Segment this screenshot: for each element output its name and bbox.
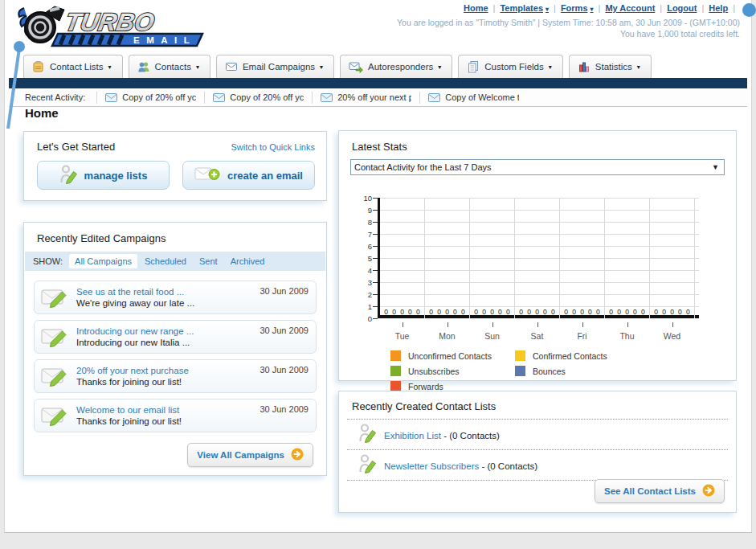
legend-label: Forwards xyxy=(408,382,443,391)
x-axis-tick xyxy=(672,322,673,327)
campaign-filter[interactable]: Sent xyxy=(199,256,218,266)
logo-graphic: TURBO EMAIL xyxy=(13,2,206,48)
campaign-filter[interactable]: All Campaigns xyxy=(69,254,137,268)
stats-period-dropdown[interactable]: Contact Activity for the Last 7 Days ▼ xyxy=(350,159,725,175)
x-axis-tick xyxy=(537,322,538,327)
header-link[interactable]: Templates▾ xyxy=(500,3,549,13)
show-label: SHOW: xyxy=(33,256,63,266)
bar-value-label: 0 xyxy=(572,308,576,316)
recently-created-contact-lists-panel: Recently Created Contact Lists Exhibitio… xyxy=(338,391,737,513)
y-axis-tick xyxy=(373,306,378,307)
contact-list-link[interactable]: Newsletter Subscribers xyxy=(384,461,479,471)
campaign-row[interactable]: 20% off your next purchase Thanks for jo… xyxy=(34,359,317,393)
see-all-contact-lists-button[interactable]: See All Contact Lists xyxy=(595,479,725,503)
nav-tab[interactable]: Contacts ▾ xyxy=(129,55,210,78)
recent-activity-item[interactable]: Copy of 20% off yc xyxy=(96,92,204,104)
legend-label: Unconfirmed Contacts xyxy=(408,351,492,361)
campaign-row[interactable]: See us at the retail food ... We're givi… xyxy=(34,281,317,314)
main-content-area: TURBO EMAIL Home| Templates▾| Forms▾| My… xyxy=(4,0,752,533)
campaign-title-link[interactable]: Welcome to our email list xyxy=(76,404,182,416)
header-link[interactable]: Logout xyxy=(667,3,697,13)
campaign-list: See us at the retail food ... We're givi… xyxy=(24,271,326,432)
y-axis-tick-label: 1 xyxy=(356,302,372,311)
envelope-plus-icon xyxy=(194,166,220,186)
x-axis-day-label: Sun xyxy=(470,331,514,341)
recently-edited-campaigns-panel: Recently Edited Campaigns SHOW: All Camp… xyxy=(23,222,327,476)
bar-value-label: 0 xyxy=(384,308,388,316)
view-all-campaigns-button[interactable]: View All Campaigns xyxy=(187,443,313,467)
link-separator: | xyxy=(701,3,704,13)
y-axis-tick-label: 8 xyxy=(356,218,372,227)
envelope-pen-icon xyxy=(41,326,70,348)
nav-tab[interactable]: Email Campaigns ▾ xyxy=(216,55,334,78)
bar-value-label: 0 xyxy=(535,308,539,316)
bar-value-label: 0 xyxy=(551,308,555,316)
chevron-down-icon: ▾ xyxy=(196,64,199,71)
recent-activity-item[interactable]: Copy of Welcome tc xyxy=(419,92,527,104)
contact-list-count: - (0 Contacts) xyxy=(441,431,500,440)
gridline xyxy=(380,246,699,247)
bar-value-label: 0 xyxy=(461,308,465,316)
y-axis-tick xyxy=(373,294,378,295)
y-axis-tick-label: 4 xyxy=(356,266,372,275)
campaign-title-link[interactable]: Introducing our new range ... xyxy=(76,326,194,337)
bar-value-label: 0 xyxy=(392,308,396,316)
header-link[interactable]: Help xyxy=(709,3,728,13)
header-link-wrap: Logout| xyxy=(667,3,709,13)
recent-activity-item[interactable]: Copy of 20% off yc xyxy=(204,92,312,104)
switch-quick-links[interactable]: Switch to Quick Links xyxy=(231,142,315,152)
nav-tab[interactable]: Contact Lists ▾ xyxy=(23,55,123,78)
y-axis-tick-label: 2 xyxy=(356,290,372,299)
gridline xyxy=(380,270,699,271)
chevron-down-icon: ▾ xyxy=(108,64,111,71)
legend-swatch xyxy=(390,350,401,361)
bar-value-label: 0 xyxy=(617,308,621,316)
gridline xyxy=(380,198,699,199)
recent-activity-item[interactable]: 20% off your next p xyxy=(312,92,419,104)
gridline xyxy=(380,306,699,307)
contact-activity-chart: 00000Tue00000Mon00000Sun00000Sat00000Fri… xyxy=(378,198,699,318)
contact-list-row[interactable]: Newsletter Subscribers - (0 Contacts) xyxy=(347,450,728,481)
campaign-title-link[interactable]: 20% off your next purchase xyxy=(76,365,189,376)
campaign-date: 30 Jun 2009 xyxy=(259,326,309,335)
nav-tab[interactable]: Custom Fields ▾ xyxy=(458,55,563,78)
campaign-filter[interactable]: Scheduled xyxy=(145,256,186,266)
svg-text:EMAIL: EMAIL xyxy=(133,35,196,45)
nav-tab[interactable]: Autoresponders ▾ xyxy=(340,55,452,78)
contacts-icon xyxy=(137,60,150,73)
x-axis-day-label: Fri xyxy=(560,331,604,341)
nav-tab[interactable]: Statistics ▾ xyxy=(569,55,652,78)
zero-value-labels: 00000 xyxy=(515,308,559,316)
contact-list-row[interactable]: Exhibition List - (0 Contacts) xyxy=(347,420,728,450)
create-email-button[interactable]: create an email xyxy=(182,161,315,190)
manage-lists-button[interactable]: manage lists xyxy=(37,161,170,190)
header-link-wrap: Forms▾| xyxy=(561,3,606,13)
bar-value-label: 0 xyxy=(527,308,531,316)
campaign-filter[interactable]: Archived xyxy=(231,256,265,266)
campaign-title-link[interactable]: See us at the retail food ... xyxy=(76,286,194,297)
header-link[interactable]: Forms▾ xyxy=(561,3,594,13)
y-axis-tick xyxy=(373,282,378,283)
chevron-down-icon: ▾ xyxy=(438,64,441,71)
y-axis-tick xyxy=(373,246,378,247)
x-axis-tick xyxy=(447,322,448,327)
legend-swatch xyxy=(515,366,525,376)
header-link[interactable]: Home xyxy=(464,3,488,13)
bar-value-label: 0 xyxy=(453,308,457,316)
contact-list-link[interactable]: Exhibition List xyxy=(384,431,441,440)
email-campaigns-icon xyxy=(225,60,238,73)
header-link-wrap: My Account| xyxy=(605,3,667,13)
campaigns-panel-title: Recently Edited Campaigns xyxy=(24,223,326,252)
bar-value-label: 0 xyxy=(519,308,523,316)
latest-stats-panel: Latest Stats Contact Activity for the La… xyxy=(338,130,737,381)
campaign-subtitle: We're giving away our late ... xyxy=(76,297,194,309)
x-axis-day-label: Wed xyxy=(650,331,694,341)
turbo-email-dashboard: TURBO EMAIL Home| Templates▾| Forms▾| My… xyxy=(0,0,756,549)
campaign-row[interactable]: Introducing our new range ... Introducin… xyxy=(34,320,317,354)
bar-value-label: 0 xyxy=(416,308,420,316)
legend-swatch xyxy=(515,350,525,361)
envelope-pen-icon xyxy=(41,365,70,387)
campaign-row[interactable]: Welcome to our email list Thanks for joi… xyxy=(34,399,317,432)
chart-legend: Unconfirmed ContactsConfirmed ContactsUn… xyxy=(390,350,728,396)
header-link[interactable]: My Account xyxy=(605,3,655,13)
